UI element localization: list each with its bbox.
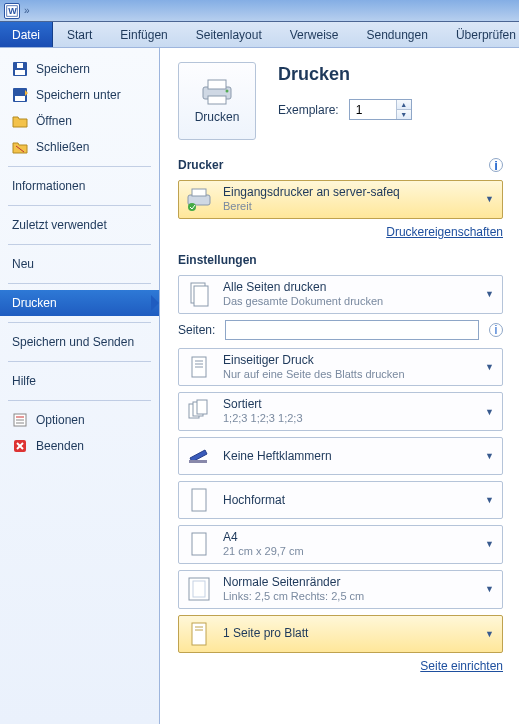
tab-file[interactable]: Datei (0, 22, 53, 47)
spinner-up-icon[interactable]: ▲ (397, 100, 411, 110)
sidebar-label: Beenden (36, 439, 84, 453)
info-icon[interactable]: i (489, 323, 503, 337)
combo-main: Einseitiger Druck (223, 353, 473, 368)
tab-mailings[interactable]: Sendungen (352, 22, 441, 47)
sidebar-label: Optionen (36, 413, 85, 427)
sidebar-label: Neu (12, 257, 34, 271)
pages-per-sheet-combo[interactable]: 1 Seite pro Blatt ▼ (178, 615, 503, 653)
settings-section-heading: Einstellungen (178, 253, 257, 267)
orientation-combo[interactable]: Hochformat ▼ (178, 481, 503, 519)
svg-rect-16 (208, 80, 226, 89)
sidebar-label: Drucken (12, 296, 57, 310)
page-size-icon (185, 530, 213, 558)
printer-section-heading: Drucker (178, 158, 223, 172)
sides-combo[interactable]: Einseitiger Druck Nur auf eine Seite des… (178, 348, 503, 387)
svg-rect-3 (15, 70, 25, 75)
sidebar-label: Hilfe (12, 374, 36, 388)
pages-label: Seiten: (178, 323, 215, 337)
sidebar-label: Speichern unter (36, 88, 121, 102)
svg-rect-20 (192, 189, 206, 196)
pages-input[interactable] (225, 320, 479, 340)
chevron-down-icon: ▼ (483, 495, 496, 505)
save-as-icon (12, 87, 28, 103)
sidebar-print[interactable]: Drucken (0, 290, 159, 316)
sidebar-new[interactable]: Neu (0, 251, 159, 277)
combo-main: Keine Heftklammern (223, 449, 473, 464)
pages-icon (185, 280, 213, 308)
paper-size-combo[interactable]: A4 21 cm x 29,7 cm ▼ (178, 525, 503, 564)
spinner-down-icon[interactable]: ▼ (397, 110, 411, 119)
svg-rect-23 (194, 286, 208, 306)
tab-insert[interactable]: Einfügen (106, 22, 181, 47)
sidebar-exit[interactable]: Beenden (0, 433, 159, 459)
svg-rect-36 (192, 623, 206, 645)
combo-sub: Links: 2,5 cm Rechts: 2,5 cm (223, 590, 473, 604)
svg-rect-4 (17, 63, 23, 68)
sidebar-close[interactable]: Schließen (0, 134, 159, 160)
print-button-label: Drucken (195, 110, 240, 124)
backstage-sidebar: Speichern Speichern unter Öffnen Schließ… (0, 48, 160, 724)
printer-status-icon (185, 185, 213, 213)
tab-layout[interactable]: Seitenlayout (182, 22, 276, 47)
svg-point-18 (226, 90, 229, 93)
portrait-icon (185, 486, 213, 514)
combo-main: Alle Seiten drucken (223, 280, 473, 295)
copies-label: Exemplare: (278, 103, 339, 117)
info-icon[interactable]: i (489, 158, 503, 172)
printer-combo[interactable]: Eingangsdrucker an server-safeq Bereit ▼ (178, 180, 503, 219)
print-scope-combo[interactable]: Alle Seiten drucken Das gesamte Dokument… (178, 275, 503, 314)
staple-combo[interactable]: Keine Heftklammern ▼ (178, 437, 503, 475)
breadcrumb-arrows: » (24, 5, 30, 16)
printer-icon (200, 78, 234, 106)
margins-combo[interactable]: Normale Seitenränder Links: 2,5 cm Recht… (178, 570, 503, 609)
tab-review[interactable]: Überprüfen (442, 22, 519, 47)
sidebar-options[interactable]: Optionen (0, 407, 159, 433)
svg-rect-30 (197, 400, 207, 414)
tab-references[interactable]: Verweise (276, 22, 353, 47)
svg-rect-31 (189, 460, 207, 463)
copies-input[interactable] (350, 100, 396, 119)
svg-rect-17 (208, 96, 226, 104)
save-icon (12, 61, 28, 77)
combo-main: Sortiert (223, 397, 473, 412)
single-side-icon (185, 353, 213, 381)
chevron-down-icon: ▼ (483, 629, 496, 639)
sidebar-help[interactable]: Hilfe (0, 368, 159, 394)
combo-main: Normale Seitenränder (223, 575, 473, 590)
print-button[interactable]: Drucken (178, 62, 256, 140)
combo-main: 1 Seite pro Blatt (223, 626, 473, 641)
chevron-down-icon: ▼ (483, 407, 496, 417)
printer-status: Bereit (223, 200, 473, 214)
sidebar-open[interactable]: Öffnen (0, 108, 159, 134)
chevron-down-icon: ▼ (483, 194, 496, 204)
print-panel: Drucken Drucken Exemplare: ▲ ▼ Drucke (160, 48, 519, 724)
copies-spinner[interactable]: ▲ ▼ (349, 99, 412, 120)
combo-sub: Das gesamte Dokument drucken (223, 295, 473, 309)
combo-main: A4 (223, 530, 473, 545)
page-setup-link[interactable]: Seite einrichten (420, 659, 503, 673)
combo-sub: 21 cm x 29,7 cm (223, 545, 473, 559)
combo-sub: 1;2;3 1;2;3 1;2;3 (223, 412, 473, 426)
sidebar-info[interactable]: Informationen (0, 173, 159, 199)
tab-start[interactable]: Start (53, 22, 106, 47)
app-icon: W (4, 3, 20, 19)
sidebar-save-as[interactable]: Speichern unter (0, 82, 159, 108)
chevron-down-icon: ▼ (483, 362, 496, 372)
svg-point-21 (188, 203, 196, 211)
window-titlebar: W » (0, 0, 519, 22)
svg-rect-32 (192, 489, 206, 511)
ribbon-tabs: Datei Start Einfügen Seitenlayout Verwei… (0, 22, 519, 48)
sidebar-recent[interactable]: Zuletzt verwendet (0, 212, 159, 238)
collate-icon (185, 398, 213, 426)
sidebar-label: Schließen (36, 140, 89, 154)
sidebar-save-send[interactable]: Speichern und Senden (0, 329, 159, 355)
sidebar-save[interactable]: Speichern (0, 56, 159, 82)
sidebar-label: Informationen (12, 179, 85, 193)
exit-icon (12, 438, 28, 454)
chevron-down-icon: ▼ (483, 584, 496, 594)
close-folder-icon (12, 139, 28, 155)
collate-combo[interactable]: Sortiert 1;2;3 1;2;3 1;2;3 ▼ (178, 392, 503, 431)
chevron-down-icon: ▼ (483, 539, 496, 549)
printer-properties-link[interactable]: Druckereigenschaften (386, 225, 503, 239)
open-icon (12, 113, 28, 129)
